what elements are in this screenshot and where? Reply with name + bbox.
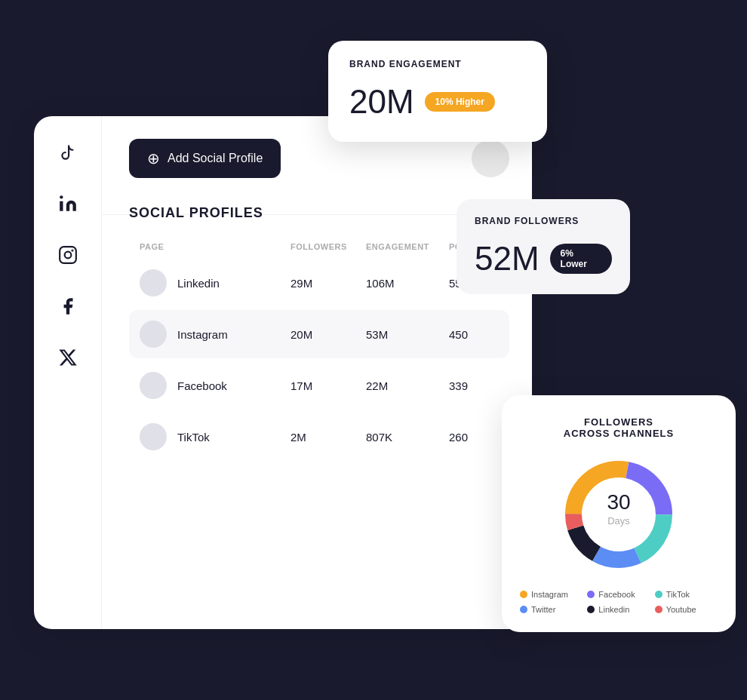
sidebar-icon-tiktok[interactable] <box>54 139 81 166</box>
tiktok-engagement: 807K <box>366 431 449 444</box>
svg-point-3 <box>64 252 71 259</box>
legend-label-tiktok: TikTok <box>666 590 690 599</box>
facebook-followers: 17M <box>290 379 366 392</box>
linkedin-followers: 29M <box>290 277 366 290</box>
add-button-label: Add Social Profile <box>168 152 263 165</box>
add-social-profile-button[interactable]: ⊕ Add Social Profile <box>129 139 281 178</box>
table-row[interactable]: Facebook 17M 22M 339 <box>129 361 509 410</box>
svg-rect-0 <box>60 201 63 211</box>
chart-legend: Instagram Facebook TikTok Twitter Linked… <box>520 590 718 614</box>
legend-dot-tiktok <box>655 591 662 598</box>
svg-text:30: 30 <box>607 490 630 514</box>
svg-point-4 <box>72 250 72 251</box>
tiktok-avatar <box>140 423 167 450</box>
legend-item-facebook: Facebook <box>587 590 650 599</box>
legend-label-linkedin: Linkedin <box>598 605 629 614</box>
legend-dot-linkedin <box>587 606 595 613</box>
sidebar-icon-linkedin[interactable] <box>54 190 81 217</box>
legend-dot-facebook <box>587 591 595 598</box>
sidebar-icon-facebook[interactable] <box>54 293 81 320</box>
legend-label-instagram: Instagram <box>531 590 568 599</box>
legend-item-youtube: Youtube <box>655 605 718 614</box>
sidebar <box>34 116 102 629</box>
brand-followers-title: BRAND FOLLOWERS <box>475 216 612 226</box>
user-avatar <box>472 140 509 177</box>
col-page: PAGE <box>140 242 290 251</box>
facebook-name: Facebook <box>177 379 227 392</box>
legend-item-twitter: Twitter <box>520 605 583 614</box>
sidebar-icon-instagram[interactable] <box>54 241 81 269</box>
col-followers: FOLLOWERS <box>290 242 366 251</box>
facebook-avatar <box>140 372 167 399</box>
sidebar-icon-twitter[interactable] <box>54 344 81 371</box>
legend-dot-instagram <box>520 591 527 598</box>
facebook-engagement: 22M <box>366 379 449 392</box>
tiktok-followers: 2M <box>290 431 366 444</box>
svg-rect-2 <box>60 247 76 263</box>
linkedin-name: Linkedin <box>177 277 220 290</box>
legend-dot-youtube <box>655 606 662 613</box>
legend-label-twitter: Twitter <box>531 605 555 614</box>
legend-dot-twitter <box>520 606 527 613</box>
followers-channels-title: FOLLOWERSACROSS CHANNELS <box>520 416 718 439</box>
instagram-posts: 450 <box>449 328 509 341</box>
main-content: ⊕ Add Social Profile SOCIAL PROFILES PAG… <box>102 116 532 629</box>
plus-icon: ⊕ <box>147 149 160 167</box>
tiktok-posts: 260 <box>449 431 509 444</box>
followers-channels-card: FOLLOWERSACROSS CHANNELS 30 Days <box>502 395 736 632</box>
col-engagement: ENGAGEMENT <box>366 242 449 251</box>
legend-label-facebook: Facebook <box>598 590 635 599</box>
table-row[interactable]: Instagram 20M 53M 450 <box>129 310 509 358</box>
brand-followers-badge: 6% Lower <box>550 244 612 274</box>
legend-label-youtube: Youtube <box>666 605 696 614</box>
table-row[interactable]: TikTok 2M 807K 260 <box>129 413 509 461</box>
main-panel: ⊕ Add Social Profile SOCIAL PROFILES PAG… <box>34 116 532 629</box>
header-row: ⊕ Add Social Profile <box>129 139 509 178</box>
brand-followers-card: BRAND FOLLOWERS 52M 6% Lower <box>456 199 630 294</box>
legend-item-instagram: Instagram <box>520 590 583 599</box>
donut-chart: 30 Days <box>558 454 679 575</box>
linkedin-engagement: 106M <box>366 277 449 290</box>
brand-followers-value: 52M <box>475 240 540 278</box>
svg-point-11 <box>583 478 655 551</box>
donut-chart-container: 30 Days <box>520 454 718 575</box>
facebook-posts: 339 <box>449 379 509 392</box>
instagram-engagement: 53M <box>366 328 449 341</box>
svg-text:Days: Days <box>607 515 630 527</box>
brand-engagement-value: 20M <box>349 83 414 121</box>
brand-engagement-badge: 10% Higher <box>425 92 495 112</box>
social-profiles-title: SOCIAL PROFILES <box>129 205 509 221</box>
linkedin-avatar <box>140 269 167 296</box>
instagram-followers: 20M <box>290 328 366 341</box>
brand-engagement-title: BRAND ENGAGEMENT <box>349 59 526 69</box>
legend-item-tiktok: TikTok <box>655 590 718 599</box>
tiktok-name: TikTok <box>177 431 210 444</box>
svg-point-1 <box>60 195 63 198</box>
table-header: PAGE FOLLOWERS ENGAGEMENT POSTS <box>129 242 509 251</box>
table-row[interactable]: Linkedin 29M 106M 553 <box>129 259 509 307</box>
brand-engagement-card: BRAND ENGAGEMENT 20M 10% Higher <box>328 41 547 142</box>
legend-item-linkedin: Linkedin <box>587 605 650 614</box>
instagram-name: Instagram <box>177 328 228 341</box>
instagram-avatar <box>140 321 167 348</box>
